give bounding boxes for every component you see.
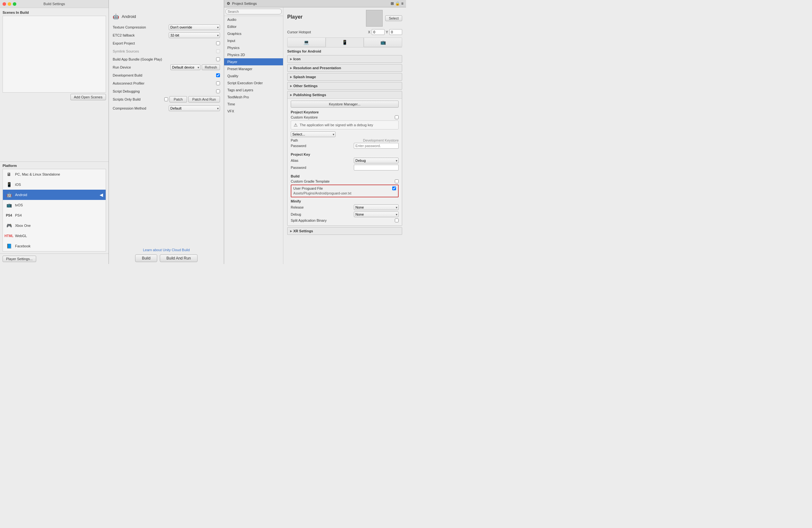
publishing-settings-header[interactable]: Publishing Settings xyxy=(288,91,402,98)
learn-link[interactable]: Learn about Unity Cloud Build xyxy=(143,248,190,252)
build-and-run-button[interactable]: Build And Run xyxy=(160,254,198,262)
other-settings-section: Other Settings xyxy=(287,82,402,90)
refresh-button[interactable]: Refresh xyxy=(202,65,220,70)
ps-nav-scriptexecution[interactable]: Script Execution Order xyxy=(224,80,283,86)
icon-section-header[interactable]: Icon xyxy=(288,55,402,62)
ps-nav-textmeshpro[interactable]: TextMesh Pro xyxy=(224,94,283,101)
export-project-checkbox[interactable] xyxy=(216,41,220,45)
ps-nav-presetmanager[interactable]: Preset Manager xyxy=(224,65,283,72)
platform-tab-android[interactable]: 📱 xyxy=(325,38,364,47)
platform-item-ps4[interactable]: PS4 PS4 xyxy=(3,210,106,220)
publishing-settings-body: Keystore Manager... Project Keystore Cus… xyxy=(288,98,402,226)
scripts-only-checkbox[interactable] xyxy=(164,97,168,101)
ps-nav-editor[interactable]: Editor xyxy=(224,23,283,30)
project-key-label: Project Key xyxy=(291,153,398,156)
player-settings-button[interactable]: Player Settings... xyxy=(3,256,36,262)
keystore-select[interactable]: Select... xyxy=(291,131,336,137)
ps-nav-audio[interactable]: Audio xyxy=(224,16,283,23)
custom-gradle-checkbox[interactable] xyxy=(395,180,398,183)
platform-tab-standalone[interactable]: 💻 xyxy=(287,38,325,47)
cursor-x-input[interactable] xyxy=(372,29,385,35)
custom-keystore-checkbox[interactable] xyxy=(395,115,398,119)
build-app-bundle-label: Build App Bundle (Google Play) xyxy=(113,57,216,61)
android-header: 🤖 Android xyxy=(109,11,224,22)
ps-nav-vfx[interactable]: VFX xyxy=(224,108,283,115)
ps-nav-quality[interactable]: Quality xyxy=(224,72,283,80)
platform-item-webgl[interactable]: HTML WebGL xyxy=(3,231,106,241)
close-button[interactable] xyxy=(3,2,6,6)
xr-settings-section: XR Settings xyxy=(287,227,402,235)
keystore-manager-button[interactable]: Keystore Manager... xyxy=(291,101,398,108)
patch-button[interactable]: Patch xyxy=(169,96,187,102)
etc2-fallback-select[interactable]: 32-bit xyxy=(169,32,220,38)
warning-box: ⚠ The application will be signed with a … xyxy=(291,120,398,129)
settings-for-label: Settings for Android xyxy=(287,49,402,53)
project-keystore-title-row: Project Keystore xyxy=(291,110,398,114)
platform-name-facebook: Facebook xyxy=(15,244,30,248)
split-app-checkbox[interactable] xyxy=(395,218,398,222)
resolution-section-header[interactable]: Resolution and Presentation xyxy=(288,65,402,71)
ps-nav-time[interactable]: Time xyxy=(224,101,283,108)
lock-icon[interactable]: 🔒 xyxy=(395,1,400,6)
platform-name-tvos: tvOS xyxy=(15,203,23,207)
more-icon[interactable]: ≡ xyxy=(401,1,403,6)
platform-item-facebook[interactable]: 📘 Facebook xyxy=(3,241,106,251)
other-settings-section-header[interactable]: Other Settings xyxy=(288,82,402,89)
ps-search-input[interactable] xyxy=(226,9,282,14)
platform-item-standalone[interactable]: 🖥 PC, Mac & Linux Standalone xyxy=(3,169,106,180)
scenes-label: Scenes In Build xyxy=(3,11,106,14)
gear-icon: ⚙ xyxy=(227,1,230,6)
script-debugging-checkbox[interactable] xyxy=(216,89,220,93)
texture-compression-select[interactable]: Don't override xyxy=(169,24,220,30)
xr-settings-header[interactable]: XR Settings xyxy=(288,227,402,234)
user-proguard-checkbox[interactable] xyxy=(392,186,396,190)
minify-release-select[interactable]: None xyxy=(354,204,398,210)
symlink-sources-checkbox[interactable] xyxy=(216,49,220,53)
platform-item-xboxone[interactable]: 🎮 Xbox One xyxy=(3,220,106,231)
tvos-tab-icon: 📺 xyxy=(380,40,386,45)
platform-item-ios[interactable]: 📱 iOS xyxy=(3,180,106,190)
ps-select-button[interactable]: Select xyxy=(385,15,402,21)
run-device-select[interactable]: Default device xyxy=(170,65,200,70)
ps-header-right: Select xyxy=(366,10,402,27)
patch-and-run-button[interactable]: Patch And Run xyxy=(188,96,220,102)
build-button[interactable]: Build xyxy=(135,254,157,262)
autoconnect-profiler-checkbox[interactable] xyxy=(216,81,220,85)
ps-nav-graphics[interactable]: Graphics xyxy=(224,30,283,37)
maximize-button[interactable] xyxy=(13,2,16,6)
path-label: Path xyxy=(291,139,363,142)
android-platform-title: Android xyxy=(122,14,136,19)
splash-image-section-header[interactable]: Splash Image xyxy=(288,73,402,81)
ps-nav-tagsandlayers[interactable]: Tags and Layers xyxy=(224,86,283,94)
platform-label: Platform xyxy=(3,164,106,168)
build-settings-bottom: Player Settings... xyxy=(0,254,108,264)
platform-item-android[interactable]: 🤖 Android ◀ xyxy=(3,190,106,200)
warning-icon: ⚠ xyxy=(294,123,298,128)
add-open-scenes-button[interactable]: Add Open Scenes xyxy=(70,94,106,100)
development-build-row: Development Build xyxy=(113,72,220,79)
ps-search-area xyxy=(224,8,283,16)
minimize-button[interactable] xyxy=(8,2,11,6)
compression-select[interactable]: Default xyxy=(169,105,220,111)
build-app-bundle-checkbox[interactable] xyxy=(216,57,220,61)
cursor-y-input[interactable] xyxy=(389,29,402,35)
keystore-password-input[interactable] xyxy=(354,143,398,149)
ps-nav-physics2d[interactable]: Physics 2D xyxy=(224,51,283,58)
ps-nav-physics[interactable]: Physics xyxy=(224,44,283,51)
alias-select[interactable]: Debug xyxy=(354,158,398,163)
minify-debug-select[interactable]: None xyxy=(354,212,398,217)
y-label: Y xyxy=(386,30,388,34)
etc2-fallback-label: ETC2 fallback xyxy=(113,33,169,37)
layout-icon[interactable]: ⊞ xyxy=(391,1,394,6)
ps-nav-player[interactable]: Player xyxy=(224,58,283,65)
ps-nav-input[interactable]: Input xyxy=(224,37,283,44)
platform-tab-tvos[interactable]: 📺 xyxy=(364,38,402,47)
texture-compression-label: Texture Compression xyxy=(113,25,169,29)
minify-debug-label: Debug xyxy=(291,212,354,216)
platform-item-tvos[interactable]: 📺 tvOS xyxy=(3,200,106,210)
autoconnect-profiler-label: Autoconnect Profiler xyxy=(113,81,216,85)
development-build-checkbox[interactable] xyxy=(216,73,220,77)
tvos-icon: 📺 xyxy=(5,201,13,209)
minify-release-row: Release None xyxy=(291,204,398,210)
key-password-input[interactable] xyxy=(354,165,398,170)
